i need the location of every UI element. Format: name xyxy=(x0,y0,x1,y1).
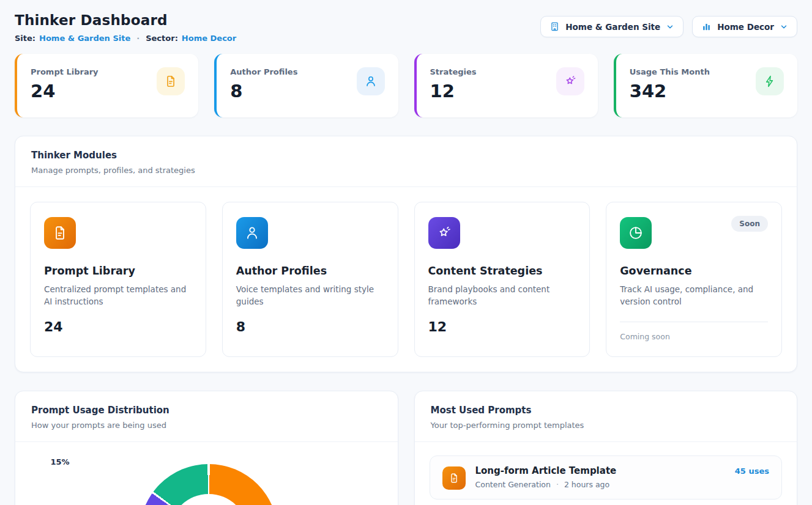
prompt-usage-card: Prompt Usage Distribution How your promp… xyxy=(15,391,398,505)
separator-dot: · xyxy=(136,34,140,43)
module-card-prompt-library[interactable]: Prompt Library Centralized prompt templa… xyxy=(30,202,206,357)
sector-label: Sector: xyxy=(146,34,178,43)
stat-value: 12 xyxy=(430,81,477,101)
stat-label: Usage This Month xyxy=(630,67,710,76)
module-card-author-profiles[interactable]: Author Profiles Voice templates and writ… xyxy=(222,202,398,357)
prompts-card-header: Most Used Prompts Your top-performing pr… xyxy=(415,391,797,442)
stat-label: Author Profiles xyxy=(230,67,297,76)
module-card-governance[interactable]: Soon Governance Track AI usage, complian… xyxy=(606,202,782,357)
module-count: 8 xyxy=(236,319,384,334)
module-description: Voice templates and writing style guides xyxy=(236,283,384,308)
document-icon xyxy=(157,67,185,95)
most-used-prompts-card: Most Used Prompts Your top-performing pr… xyxy=(414,391,798,505)
prompts-card-title: Most Used Prompts xyxy=(431,405,781,416)
building-icon xyxy=(549,21,560,32)
modules-title: Thinker Modules xyxy=(31,150,781,161)
prompt-item-title: Long-form Article Template xyxy=(475,465,617,476)
document-icon xyxy=(44,217,76,249)
stat-card-author-profiles: Author Profiles 8 xyxy=(214,54,398,117)
soon-badge: Soon xyxy=(731,216,768,232)
stats-row: Prompt Library 24 Author Profiles 8 Stra… xyxy=(15,54,797,117)
stat-card-strategies: Strategies 12 xyxy=(414,54,598,117)
stat-value: 24 xyxy=(31,81,99,101)
prompts-card-subtitle: Your top-performing prompt templates xyxy=(431,421,781,430)
module-card-content-strategies[interactable]: Content Strategies Brand playbooks and c… xyxy=(414,202,590,357)
lightning-icon xyxy=(756,67,784,95)
bottom-row: Prompt Usage Distribution How your promp… xyxy=(15,391,797,505)
page-header: Thinker Dashboard Site: Home & Garden Si… xyxy=(15,12,797,43)
stat-label: Strategies xyxy=(430,67,477,76)
site-link[interactable]: Home & Garden Site xyxy=(39,34,130,43)
prompt-list-item[interactable]: Long-form Article Template Content Gener… xyxy=(430,455,783,499)
module-description: Track AI usage, compliance, and version … xyxy=(620,283,768,308)
usage-card-subtitle: How your prompts are being used xyxy=(31,421,382,430)
header-left: Thinker Dashboard Site: Home & Garden Si… xyxy=(15,12,236,43)
divider xyxy=(620,322,768,322)
modules-card-header: Thinker Modules Manage prompts, profiles… xyxy=(15,136,797,187)
star-icon xyxy=(556,67,584,95)
prompt-item-meta: Content Generation · 2 hours ago xyxy=(475,480,617,489)
prompt-item-category: Content Generation xyxy=(475,480,551,489)
usage-card-title: Prompt Usage Distribution xyxy=(31,405,382,416)
bar-chart-icon xyxy=(701,21,712,32)
module-title: Governance xyxy=(620,265,768,277)
donut-slice-label: 15% xyxy=(50,457,69,466)
stat-label: Prompt Library xyxy=(31,67,99,76)
chevron-down-icon xyxy=(666,23,674,31)
module-title: Content Strategies xyxy=(428,265,576,277)
donut-chart-area: 15% xyxy=(15,442,398,505)
module-count: 12 xyxy=(428,319,576,334)
modules-subtitle: Manage prompts, profiles, and strategies xyxy=(31,166,781,175)
sector-selector-dropdown[interactable]: Home Decor xyxy=(692,16,797,37)
module-count: 24 xyxy=(44,319,192,334)
separator-dot: · xyxy=(556,480,559,489)
dashboard-page: Thinker Dashboard Site: Home & Garden Si… xyxy=(0,0,812,505)
user-icon xyxy=(236,217,268,249)
stat-card-prompt-library: Prompt Library 24 xyxy=(15,54,198,117)
thinker-modules-card: Thinker Modules Manage prompts, profiles… xyxy=(15,136,797,372)
stat-value: 8 xyxy=(230,81,297,101)
document-icon xyxy=(442,466,466,490)
usage-donut xyxy=(140,464,278,505)
site-label: Site: xyxy=(15,34,35,43)
sector-selector-label: Home Decor xyxy=(717,22,774,32)
site-selector-dropdown[interactable]: Home & Garden Site xyxy=(540,16,683,37)
prompt-item-uses: 45 uses xyxy=(735,466,769,476)
star-icon xyxy=(428,217,460,249)
module-description: Centralized prompt templates and AI inst… xyxy=(44,283,192,308)
prompts-list: Long-form Article Template Content Gener… xyxy=(415,442,797,505)
header-selectors: Home & Garden Site Home Decor xyxy=(540,16,797,37)
module-title: Prompt Library xyxy=(44,265,192,277)
prompt-item-time: 2 hours ago xyxy=(564,480,609,489)
stat-value: 342 xyxy=(630,81,710,101)
usage-card-header: Prompt Usage Distribution How your promp… xyxy=(15,391,398,442)
module-description: Brand playbooks and content frameworks xyxy=(428,283,576,308)
site-sector-line: Site: Home & Garden Site · Sector: Home … xyxy=(15,34,236,43)
chevron-down-icon xyxy=(780,23,788,31)
stat-card-usage: Usage This Month 342 xyxy=(614,54,797,117)
pie-chart-icon xyxy=(620,217,652,249)
user-icon xyxy=(357,67,385,95)
sector-link[interactable]: Home Decor xyxy=(182,34,236,43)
module-title: Author Profiles xyxy=(236,265,384,277)
modules-grid: Prompt Library Centralized prompt templa… xyxy=(15,187,797,372)
coming-soon-text: Coming soon xyxy=(620,332,768,341)
site-selector-label: Home & Garden Site xyxy=(565,22,660,32)
page-title: Thinker Dashboard xyxy=(15,12,236,28)
